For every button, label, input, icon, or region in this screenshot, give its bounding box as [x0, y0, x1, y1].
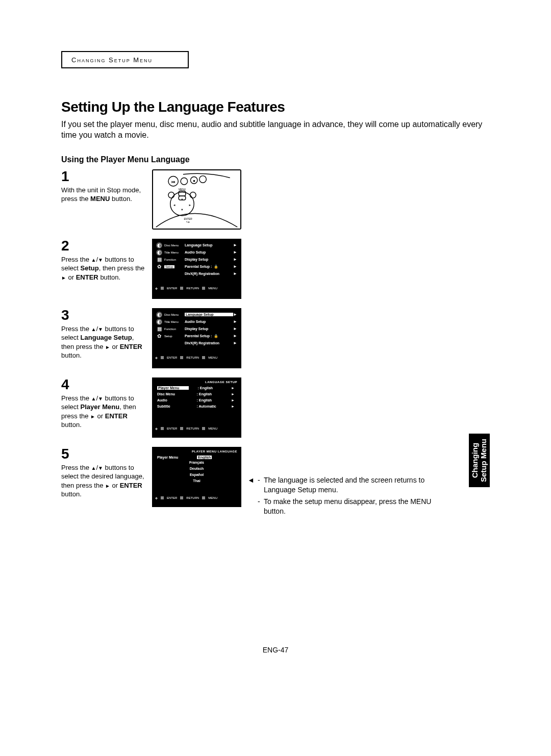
text: button. — [61, 490, 82, 498]
sidebar-label: Title Menu — [164, 251, 179, 254]
setup-icon: ✿ — [156, 333, 162, 339]
lang-option: Thai — [154, 479, 239, 485]
square-icon — [161, 287, 164, 290]
osd-footer: ✥ ENTER RETURN MENU — [154, 494, 239, 500]
left-arrow-icon: ◄ — [247, 475, 258, 485]
function-icon: ▦ — [156, 326, 162, 332]
menu-item: Audio Setup — [185, 320, 233, 323]
svg-text:◄: ◄ — [173, 203, 176, 206]
step-2: 2 Press the / buttons to select Setup, t… — [61, 239, 500, 299]
menu-item: Language Setup — [185, 243, 233, 247]
lang-option-selected: English — [197, 456, 212, 459]
step-text: 4 Press the / buttons to select Player M… — [61, 377, 148, 430]
osd-row: ◐Title Menu Audio Setup ► — [154, 318, 239, 325]
arrow-icon: ► — [233, 312, 237, 317]
osd-screen-language-setup: ◐Disc Menu Language Setup ► ◐Title Menu … — [152, 308, 241, 368]
osd-row: ▦Function Display Setup ► — [154, 325, 239, 333]
step-number: 2 — [61, 239, 148, 253]
menu-item: Display Setup — [185, 258, 233, 261]
step-3: 3 Press the / buttons to select Language… — [61, 308, 500, 368]
svg-text:▲: ▲ — [181, 197, 184, 200]
arrow-icon: ► — [233, 319, 237, 324]
up-arrow-icon — [91, 325, 96, 333]
lang-option: Deutsch — [154, 467, 239, 473]
menu-item: DivX(R) Registration — [185, 272, 233, 275]
osd-screen-language-setup-list: LANGUAGE SETUP Player Menu : English ► D… — [152, 377, 241, 438]
osd-row: ✿Setup Parental Setup : 🔒 ► — [154, 263, 239, 270]
lang-row: Player Menu : English ► — [154, 385, 239, 391]
arrow-icon: ► — [233, 334, 237, 338]
osd-title: LANGUAGE SETUP — [154, 381, 239, 385]
footer-label: MENU — [208, 496, 217, 499]
osd-row: ◐Disc Menu Language Setup ► — [154, 242, 239, 249]
osd-footer: ✥ ENTER RETURN MENU — [154, 354, 239, 360]
text-bold: ENTER — [120, 482, 142, 489]
sidebar-label: Disc Menu — [164, 244, 179, 247]
right-arrow-icon — [105, 343, 110, 350]
down-arrow-icon — [98, 394, 103, 402]
text: or — [66, 273, 76, 281]
up-arrow-icon — [91, 256, 96, 263]
svg-point-9 — [168, 192, 174, 198]
arrow-icon: ► — [233, 271, 237, 276]
lang-label-selected: Player Menu — [157, 386, 189, 390]
text: or — [95, 412, 105, 420]
lang-row: Disc Menu : English ► — [154, 391, 239, 397]
sidebar-label-selected: Setup — [164, 265, 174, 268]
intro-paragraph: If you set the player menu, disc menu, a… — [61, 119, 500, 141]
arrow-icon: ► — [233, 243, 237, 247]
footer-label: ENTER — [167, 427, 177, 430]
down-arrow-icon — [98, 256, 103, 263]
note-text: The language is selected and the screen … — [264, 475, 446, 495]
svg-text:⏮: ⏮ — [171, 180, 176, 184]
text: button. — [61, 351, 82, 359]
lang-value: : English — [197, 392, 221, 396]
text: button. — [98, 273, 120, 281]
arrow-icon: ► — [233, 264, 237, 269]
footer-label: RETURN — [186, 287, 199, 290]
svg-text:■: ■ — [193, 179, 195, 183]
section-header-box: Changing Setup Menu — [61, 51, 189, 68]
disc-icon: ◐ — [156, 319, 162, 325]
side-tab-line: Changing — [470, 443, 479, 478]
text-bold: ENTER — [120, 343, 142, 350]
sidebar-label: Disc Menu — [164, 313, 179, 316]
menu-label: MENU — [179, 188, 186, 190]
function-icon: ▦ — [156, 257, 162, 263]
note-text: To make the setup menu disappear, press … — [264, 497, 446, 516]
lock-icon: 🔒 — [214, 334, 218, 338]
menu-item: Display Setup — [185, 327, 233, 331]
svg-text:↪: ↪ — [186, 220, 190, 224]
step-text: 3 Press the / buttons to select Language… — [61, 308, 148, 360]
osd-screen-setup: ◐Disc Menu Language Setup ► ◐Title Menu … — [152, 239, 241, 299]
notes-block: ◄ - The language is selected and the scr… — [247, 475, 446, 518]
text: or — [110, 343, 120, 350]
page-number: ENG-47 — [0, 646, 551, 654]
footer-label: RETURN — [186, 356, 199, 359]
lock-icon: 🔒 — [214, 265, 218, 268]
lang-label: Disc Menu — [157, 392, 187, 396]
sidebar-label: Function — [164, 258, 176, 261]
menu-item: Parental Setup : 🔒 — [185, 265, 233, 269]
arrow-icon: ► — [233, 326, 237, 331]
side-tab: Changing Setup Menu — [469, 434, 490, 487]
step-number: 1 — [61, 169, 148, 184]
osd-row: DivX(R) Registration ► — [154, 340, 239, 347]
disc-icon: ◐ — [156, 249, 162, 256]
step-number: 3 — [61, 308, 148, 322]
right-arrow-icon — [105, 482, 110, 489]
text-bold: Language Setup — [81, 334, 132, 341]
lang-value: : English — [197, 398, 221, 402]
text: Press the — [61, 325, 91, 333]
text-bold: Setup — [81, 264, 99, 272]
osd-row: DivX(R) Registration ► — [154, 270, 239, 278]
steps-container: 1 With the unit in Stop mode, press the … — [61, 169, 500, 507]
svg-point-4 — [199, 175, 207, 183]
up-arrow-icon — [91, 464, 96, 471]
text-bold: ENTER — [105, 412, 128, 420]
dash: - — [258, 497, 264, 507]
osd-row: ◐Title Menu Audio Setup ► — [154, 249, 239, 256]
lang-value: : English — [198, 386, 222, 390]
subheading: Using the Player Menu Language — [61, 155, 500, 164]
osd-footer: ✥ ENTER RETURN MENU — [154, 425, 239, 431]
